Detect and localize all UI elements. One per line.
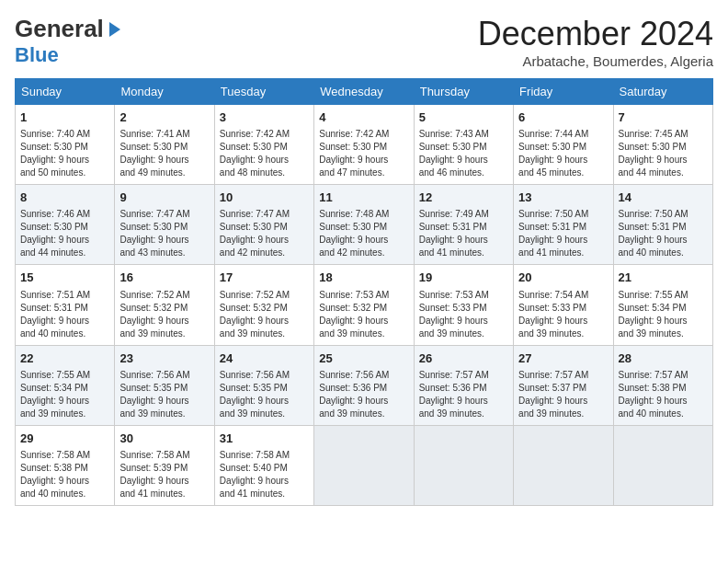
day-info: Sunrise: 7:58 AM Sunset: 5:40 PM Dayligh…: [220, 449, 309, 500]
calendar-cell: [613, 425, 712, 505]
logo: General Blue: [15, 15, 120, 67]
column-header-tuesday: Tuesday: [214, 79, 313, 105]
day-number: 12: [419, 190, 508, 206]
day-number: 22: [20, 350, 109, 367]
column-header-monday: Monday: [115, 79, 214, 105]
day-number: 1: [20, 109, 109, 126]
location: Arbatache, Boumerdes, Algeria: [478, 53, 713, 69]
calendar-cell: 15Sunrise: 7:51 AM Sunset: 5:31 PM Dayli…: [16, 265, 115, 345]
calendar-cell: 21Sunrise: 7:55 AM Sunset: 5:34 PM Dayli…: [613, 265, 712, 345]
month-title: December 2024: [478, 15, 713, 53]
day-number: 18: [319, 270, 408, 286]
day-number: 13: [518, 190, 608, 206]
day-info: Sunrise: 7:50 AM Sunset: 5:31 PM Dayligh…: [518, 208, 608, 259]
day-number: 9: [119, 190, 209, 206]
day-info: Sunrise: 7:45 AM Sunset: 5:30 PM Dayligh…: [619, 128, 708, 179]
day-number: 29: [20, 431, 109, 447]
calendar-cell: 17Sunrise: 7:52 AM Sunset: 5:32 PM Dayli…: [214, 265, 313, 345]
calendar-cell: 12Sunrise: 7:49 AM Sunset: 5:31 PM Dayli…: [414, 185, 513, 265]
day-number: 25: [319, 350, 408, 367]
calendar-cell: 28Sunrise: 7:57 AM Sunset: 5:38 PM Dayli…: [613, 345, 712, 425]
day-info: Sunrise: 7:50 AM Sunset: 5:31 PM Dayligh…: [619, 208, 708, 259]
column-header-saturday: Saturday: [613, 79, 712, 105]
day-info: Sunrise: 7:58 AM Sunset: 5:39 PM Dayligh…: [119, 449, 209, 500]
day-info: Sunrise: 7:58 AM Sunset: 5:38 PM Dayligh…: [20, 449, 109, 500]
day-number: 2: [119, 109, 209, 126]
column-header-thursday: Thursday: [414, 79, 513, 105]
calendar-cell: 22Sunrise: 7:55 AM Sunset: 5:34 PM Dayli…: [16, 345, 115, 425]
calendar-cell: 1Sunrise: 7:40 AM Sunset: 5:30 PM Daylig…: [16, 105, 115, 185]
day-number: 16: [119, 270, 209, 286]
day-number: 7: [619, 109, 708, 126]
day-info: Sunrise: 7:53 AM Sunset: 5:33 PM Dayligh…: [419, 289, 508, 340]
day-info: Sunrise: 7:46 AM Sunset: 5:30 PM Dayligh…: [20, 208, 109, 259]
calendar-table: SundayMondayTuesdayWednesdayThursdayFrid…: [15, 78, 713, 506]
calendar-cell: 4Sunrise: 7:42 AM Sunset: 5:30 PM Daylig…: [314, 105, 414, 185]
calendar-cell: [414, 425, 513, 505]
logo-arrow-icon: [109, 22, 120, 37]
calendar-cell: [314, 425, 414, 505]
day-number: 24: [220, 350, 309, 367]
calendar-cell: 10Sunrise: 7:47 AM Sunset: 5:30 PM Dayli…: [214, 185, 313, 265]
calendar-cell: 5Sunrise: 7:43 AM Sunset: 5:30 PM Daylig…: [414, 105, 513, 185]
calendar-cell: 11Sunrise: 7:48 AM Sunset: 5:30 PM Dayli…: [314, 185, 414, 265]
day-number: 31: [220, 431, 309, 447]
day-info: Sunrise: 7:43 AM Sunset: 5:30 PM Dayligh…: [419, 128, 508, 179]
column-header-sunday: Sunday: [16, 79, 115, 105]
calendar-cell: 18Sunrise: 7:53 AM Sunset: 5:32 PM Dayli…: [314, 265, 414, 345]
calendar-cell: 19Sunrise: 7:53 AM Sunset: 5:33 PM Dayli…: [414, 265, 513, 345]
day-number: 30: [119, 431, 209, 447]
day-info: Sunrise: 7:48 AM Sunset: 5:30 PM Dayligh…: [319, 208, 408, 259]
day-number: 14: [619, 190, 708, 206]
day-info: Sunrise: 7:52 AM Sunset: 5:32 PM Dayligh…: [119, 289, 209, 340]
day-number: 20: [518, 270, 608, 286]
day-info: Sunrise: 7:57 AM Sunset: 5:38 PM Dayligh…: [619, 369, 708, 420]
calendar-cell: 3Sunrise: 7:42 AM Sunset: 5:30 PM Daylig…: [214, 105, 313, 185]
calendar-week-row: 8Sunrise: 7:46 AM Sunset: 5:30 PM Daylig…: [16, 185, 713, 265]
day-info: Sunrise: 7:44 AM Sunset: 5:30 PM Dayligh…: [518, 128, 608, 179]
day-number: 27: [518, 350, 608, 367]
day-number: 26: [419, 350, 508, 367]
day-number: 3: [220, 109, 309, 126]
day-info: Sunrise: 7:57 AM Sunset: 5:37 PM Dayligh…: [518, 369, 608, 420]
logo-blue: Blue: [15, 43, 59, 67]
day-info: Sunrise: 7:56 AM Sunset: 5:35 PM Dayligh…: [119, 369, 209, 420]
calendar-cell: 9Sunrise: 7:47 AM Sunset: 5:30 PM Daylig…: [115, 185, 214, 265]
calendar-cell: 2Sunrise: 7:41 AM Sunset: 5:30 PM Daylig…: [115, 105, 214, 185]
page-header: General Blue December 2024 Arbatache, Bo…: [15, 15, 713, 69]
day-number: 8: [20, 190, 109, 206]
calendar-week-row: 15Sunrise: 7:51 AM Sunset: 5:31 PM Dayli…: [16, 265, 713, 345]
day-info: Sunrise: 7:40 AM Sunset: 5:30 PM Dayligh…: [20, 128, 109, 179]
calendar-cell: 6Sunrise: 7:44 AM Sunset: 5:30 PM Daylig…: [514, 105, 613, 185]
day-number: 21: [619, 270, 708, 286]
day-number: 5: [419, 109, 508, 126]
day-info: Sunrise: 7:56 AM Sunset: 5:35 PM Dayligh…: [220, 369, 309, 420]
day-info: Sunrise: 7:55 AM Sunset: 5:34 PM Dayligh…: [20, 369, 109, 420]
column-header-friday: Friday: [514, 79, 613, 105]
day-info: Sunrise: 7:42 AM Sunset: 5:30 PM Dayligh…: [319, 128, 408, 179]
day-number: 28: [619, 350, 708, 367]
calendar-cell: 25Sunrise: 7:56 AM Sunset: 5:36 PM Dayli…: [314, 345, 414, 425]
calendar-cell: 16Sunrise: 7:52 AM Sunset: 5:32 PM Dayli…: [115, 265, 214, 345]
calendar-week-row: 29Sunrise: 7:58 AM Sunset: 5:38 PM Dayli…: [16, 425, 713, 505]
day-info: Sunrise: 7:52 AM Sunset: 5:32 PM Dayligh…: [220, 289, 309, 340]
day-info: Sunrise: 7:49 AM Sunset: 5:31 PM Dayligh…: [419, 208, 508, 259]
title-block: December 2024 Arbatache, Boumerdes, Alge…: [478, 15, 713, 69]
day-info: Sunrise: 7:57 AM Sunset: 5:36 PM Dayligh…: [419, 369, 508, 420]
day-info: Sunrise: 7:56 AM Sunset: 5:36 PM Dayligh…: [319, 369, 408, 420]
day-info: Sunrise: 7:42 AM Sunset: 5:30 PM Dayligh…: [220, 128, 309, 179]
calendar-cell: 13Sunrise: 7:50 AM Sunset: 5:31 PM Dayli…: [514, 185, 613, 265]
day-number: 6: [518, 109, 608, 126]
calendar-cell: 20Sunrise: 7:54 AM Sunset: 5:33 PM Dayli…: [514, 265, 613, 345]
day-info: Sunrise: 7:54 AM Sunset: 5:33 PM Dayligh…: [518, 289, 608, 340]
day-number: 19: [419, 270, 508, 286]
day-number: 4: [319, 109, 408, 126]
calendar-week-row: 22Sunrise: 7:55 AM Sunset: 5:34 PM Dayli…: [16, 345, 713, 425]
calendar-cell: 29Sunrise: 7:58 AM Sunset: 5:38 PM Dayli…: [16, 425, 115, 505]
calendar-cell: 14Sunrise: 7:50 AM Sunset: 5:31 PM Dayli…: [613, 185, 712, 265]
day-number: 11: [319, 190, 408, 206]
day-number: 15: [20, 270, 109, 286]
day-info: Sunrise: 7:55 AM Sunset: 5:34 PM Dayligh…: [619, 289, 708, 340]
calendar-cell: 24Sunrise: 7:56 AM Sunset: 5:35 PM Dayli…: [214, 345, 313, 425]
day-number: 10: [220, 190, 309, 206]
